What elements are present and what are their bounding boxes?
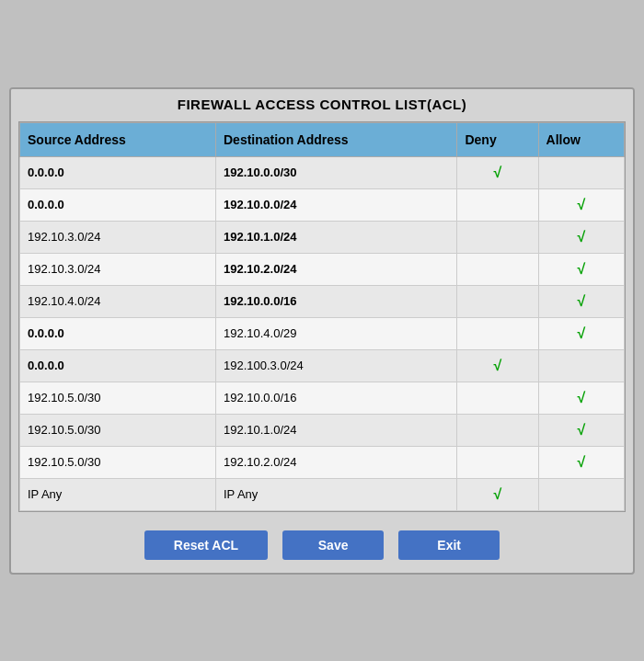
deny-cell (457, 317, 538, 349)
dest-address-cell: 192.10.0.0/16 (215, 382, 456, 414)
source-address-cell: 192.10.5.0/30 (20, 446, 216, 478)
title-bar: FIREWALL ACCESS CONTROL LIST(ACL) (11, 89, 633, 118)
deny-cell (457, 382, 538, 414)
col-header-deny: Deny (457, 122, 538, 156)
source-address-cell: 0.0.0.0 (20, 349, 216, 382)
allow-cell: √ (538, 414, 624, 446)
firewall-acl-window: FIREWALL ACCESS CONTROL LIST(ACL) Source… (9, 87, 635, 575)
source-address-cell: 192.10.5.0/30 (20, 382, 216, 414)
dest-address-cell: 192.10.0.0/24 (215, 188, 456, 221)
allow-cell: √ (538, 221, 624, 253)
deny-cell: √ (457, 349, 538, 382)
allow-cell: √ (538, 253, 624, 285)
save-button[interactable]: Save (282, 530, 384, 560)
dest-address-cell: 192.10.0.0/16 (215, 285, 456, 317)
allow-cell: √ (538, 382, 624, 414)
dest-address-cell: 192.10.1.0/24 (215, 414, 456, 446)
allow-cell (538, 156, 624, 188)
allow-cell: √ (538, 285, 624, 317)
reset-acl-button[interactable]: Reset ACL (144, 530, 268, 560)
table-row: 192.10.5.0/30192.10.2.0/24√ (20, 446, 625, 478)
table-row: 0.0.0.0192.10.0.0/24√ (20, 188, 625, 221)
deny-cell (457, 446, 538, 478)
dest-address-cell: 192.10.2.0/24 (215, 253, 456, 285)
dest-address-cell: 192.10.1.0/24 (215, 221, 456, 253)
acl-table: Source Address Destination Address Deny … (19, 122, 625, 511)
allow-cell (538, 349, 624, 382)
table-row: 192.10.3.0/24192.10.2.0/24√ (20, 253, 625, 285)
exit-button[interactable]: Exit (398, 530, 500, 560)
dest-address-cell: 192.100.3.0/24 (215, 349, 456, 382)
deny-cell (457, 285, 538, 317)
table-row: 192.10.5.0/30192.10.1.0/24√ (20, 414, 625, 446)
allow-cell: √ (538, 446, 624, 478)
source-address-cell: 0.0.0.0 (20, 188, 216, 221)
table-row: 0.0.0.0192.10.4.0/29√ (20, 317, 625, 349)
acl-table-container: Source Address Destination Address Deny … (18, 121, 626, 512)
table-row: 192.10.3.0/24192.10.1.0/24√ (20, 221, 625, 253)
col-header-dest: Destination Address (215, 122, 456, 156)
source-address-cell: 192.10.4.0/24 (20, 285, 216, 317)
source-address-cell: 0.0.0.0 (20, 156, 216, 188)
window-title: FIREWALL ACCESS CONTROL LIST(ACL) (178, 97, 467, 112)
deny-cell: √ (457, 156, 538, 188)
col-header-allow: Allow (538, 122, 624, 156)
source-address-cell: 0.0.0.0 (20, 317, 216, 349)
dest-address-cell: 192.10.0.0/30 (215, 156, 456, 188)
allow-cell: √ (538, 317, 624, 349)
table-header-row: Source Address Destination Address Deny … (20, 122, 625, 156)
deny-cell: √ (457, 478, 538, 510)
allow-cell (538, 478, 624, 510)
col-header-source: Source Address (20, 122, 216, 156)
source-address-cell: 192.10.5.0/30 (20, 414, 216, 446)
dest-address-cell: 192.10.2.0/24 (215, 446, 456, 478)
deny-cell (457, 414, 538, 446)
dest-address-cell: IP Any (215, 478, 456, 510)
dest-address-cell: 192.10.4.0/29 (215, 317, 456, 349)
table-row: 192.10.4.0/24192.10.0.0/16√ (20, 285, 625, 317)
source-address-cell: 192.10.3.0/24 (20, 253, 216, 285)
deny-cell (457, 188, 538, 221)
table-row: 0.0.0.0192.10.0.0/30√ (20, 156, 625, 188)
source-address-cell: 192.10.3.0/24 (20, 221, 216, 253)
source-address-cell: IP Any (20, 478, 216, 510)
table-row: IP AnyIP Any√ (20, 478, 625, 510)
deny-cell (457, 253, 538, 285)
table-row: 0.0.0.0192.100.3.0/24√ (20, 349, 625, 382)
deny-cell (457, 221, 538, 253)
allow-cell: √ (538, 188, 624, 221)
button-row: Reset ACL Save Exit (11, 519, 633, 573)
table-row: 192.10.5.0/30192.10.0.0/16√ (20, 382, 625, 414)
